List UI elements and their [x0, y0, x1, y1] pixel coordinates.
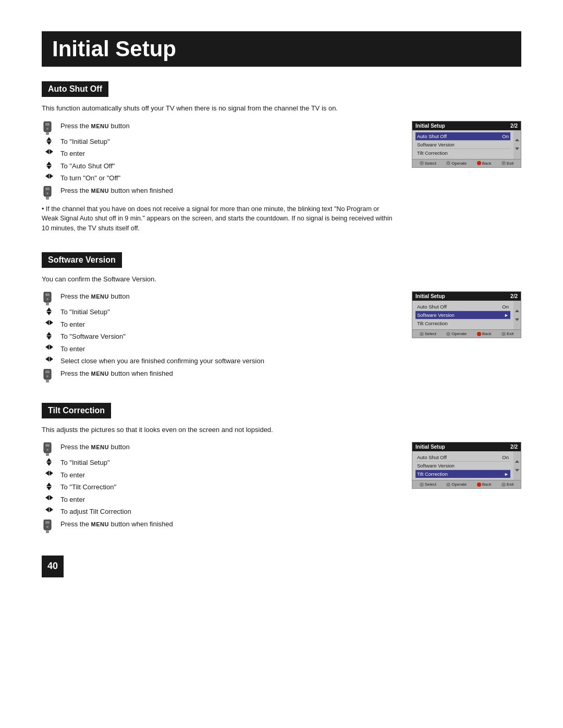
leftright-icon [42, 173, 56, 179]
updown-arrow-icon [46, 162, 52, 169]
footer-label: Back [482, 331, 492, 336]
svg-rect-21 [45, 521, 50, 524]
footer-item: Exit [501, 161, 513, 166]
screen-title: Initial Setup [415, 123, 445, 129]
scroll-arrows [515, 460, 519, 472]
step-text: To turn "On" or "Off" [60, 173, 120, 183]
step-row: Press the MENU button [42, 121, 396, 134]
updown-arrow-icon [46, 458, 52, 466]
svg-rect-19 [46, 453, 49, 456]
svg-point-22 [46, 526, 48, 528]
step-row: To "Initial Setup" [42, 307, 396, 317]
updown-icon [42, 161, 56, 169]
section-description: This function automatically shuts off yo… [42, 103, 521, 114]
screen-row-label: Software Version [417, 463, 455, 468]
screen-row-label: Tilt Correction [417, 320, 448, 326]
leftright-icon [42, 319, 56, 325]
screen-footer: Select Operate Back Exit [412, 159, 521, 167]
section-description: This adjusts the pictures so that it loo… [42, 425, 521, 435]
footer-btn-icon [477, 483, 481, 487]
step-text: To enter [60, 344, 85, 354]
footer-item: Back [477, 482, 492, 487]
step-row: To enter [42, 344, 396, 354]
screen-page: 2/2 [510, 444, 518, 450]
footer-item: Exit [501, 331, 513, 336]
footer-label: Exit [507, 482, 513, 487]
step-text: To "Initial Setup" [60, 137, 110, 147]
footer-btn-icon [420, 483, 424, 487]
leftright-arrow-icon [45, 320, 53, 325]
step-row: To turn "On" or "Off" [42, 173, 396, 183]
footer-item: Exit [501, 482, 513, 487]
svg-point-14 [46, 375, 48, 377]
screen-header: Initial Setup 2/2 [412, 442, 521, 451]
updown-icon [42, 331, 56, 340]
screen-menu-row: Auto Shut Off On [415, 453, 510, 462]
section-body: Press the MENU button To "Initial Setup"… [42, 291, 521, 384]
remote-icon [42, 291, 56, 305]
screen-menu-row: Software Version [415, 141, 510, 149]
step-row: To enter [42, 319, 396, 330]
screen-title: Initial Setup [415, 444, 445, 450]
svg-rect-5 [45, 188, 50, 190]
leftright-icon [42, 344, 56, 350]
step-row: To "Auto Shut Off" [42, 161, 396, 171]
updown-arrow-icon [46, 307, 52, 315]
svg-point-6 [46, 192, 48, 194]
svg-rect-15 [46, 379, 49, 382]
screen-menu-row: Software Version ► [415, 311, 510, 319]
step-text: To "Initial Setup" [60, 458, 110, 468]
step-text: To "Software Version" [60, 331, 126, 342]
screen-row-value: On [502, 133, 509, 139]
step-row: Select close when you are finished confi… [42, 356, 396, 366]
updown-icon [42, 482, 56, 490]
step-row: To enter [42, 495, 396, 505]
screen-mockup: Initial Setup 2/2 Auto Shut Off On Softw… [412, 121, 521, 168]
screen-row-label: Tilt Correction [417, 150, 448, 156]
page-title-bar: Initial Setup [42, 31, 521, 81]
step-row: To "Initial Setup" [42, 137, 396, 147]
screen-header: Initial Setup 2/2 [412, 292, 521, 301]
footer-label: Back [482, 161, 492, 166]
remote-icon [42, 368, 56, 382]
scroll-arrows [515, 139, 519, 150]
scroll-arrows [515, 310, 519, 321]
screen-menu-row: Tilt Correction ► [415, 470, 510, 478]
step-text: Press the MENU button [60, 442, 130, 452]
section-header-label: Software Version [42, 252, 521, 274]
screen-mockup: Initial Setup 2/2 Auto Shut Off On Softw… [412, 291, 521, 338]
section-title: Software Version [42, 252, 122, 268]
section-instructions: Press the MENU button To "Initial Setup"… [42, 442, 396, 535]
step-text: Select close when you are finished confi… [60, 356, 264, 366]
page-number: 40 [42, 556, 64, 577]
screen-page: 2/2 [510, 293, 518, 299]
screen-scrollbar [513, 130, 521, 159]
step-row: To adjust Tilt Correction [42, 507, 396, 517]
footer-item: Back [477, 161, 492, 166]
screen-menu: Auto Shut Off On Software Version Tilt C… [412, 451, 513, 480]
footer-item: Operate [446, 482, 467, 487]
footer-btn-icon [501, 483, 506, 487]
screen-menu-row: Software Version [415, 462, 510, 470]
leftright-arrow-icon [45, 356, 53, 362]
leftright-arrow-icon [45, 471, 53, 476]
svg-rect-13 [45, 371, 50, 373]
step-text: To enter [60, 495, 85, 505]
screen-row-value: ► [504, 312, 509, 318]
section-instructions: Press the MENU button To "Initial Setup"… [42, 291, 396, 384]
step-row: To enter [42, 470, 396, 480]
footer-label: Select [425, 331, 436, 336]
step-text: To "Tilt Correction" [60, 482, 116, 492]
step-row: Press the MENU button [42, 442, 396, 455]
svg-rect-3 [46, 132, 49, 135]
screen-scrollbar [513, 301, 521, 329]
screen-page: 2/2 [510, 123, 518, 129]
screen-row-label: Auto Shut Off [417, 304, 447, 310]
footer-item: Select [420, 331, 436, 336]
step-text: Press the MENU button when finished [60, 519, 173, 529]
section-tilt-correction: Tilt Correction This adjusts the picture… [42, 403, 521, 535]
step-text: To "Initial Setup" [60, 307, 110, 317]
footer-btn-icon [420, 332, 424, 336]
screen-row-value: On [502, 454, 509, 460]
footer-label: Operate [451, 161, 467, 166]
